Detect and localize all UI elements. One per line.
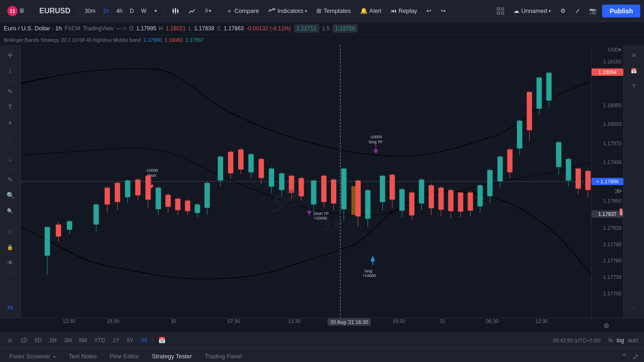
svg-rect-90 [341, 169, 347, 209]
tf-all[interactable]: All [137, 335, 150, 345]
toolbar-divider-2 [78, 6, 78, 17]
lt-divider-2 [5, 148, 16, 149]
chart-type-button[interactable] [168, 6, 183, 17]
svg-text:جو: جو [267, 175, 303, 213]
svg-rect-27 [45, 227, 50, 256]
svg-rect-57 [195, 204, 200, 213]
tab-text-notes[interactable]: Text Notes [63, 350, 102, 362]
zoom-out-tool[interactable]: 🔍 [3, 204, 17, 217]
chart-svg: -10000 short [21, 45, 591, 318]
svg-rect-131 [507, 149, 513, 172]
tf-expand-icon[interactable]: ▾ [151, 6, 161, 15]
price-badge-current: + 1.17886 [592, 178, 623, 185]
currency-label: USD▾ [608, 47, 621, 53]
crosshair-tool[interactable]: ✛ [3, 49, 17, 62]
svg-rect-93 [356, 181, 361, 216]
exchange-name: FXCM [64, 25, 80, 32]
svg-rect-63 [228, 152, 234, 173]
svg-rect-55 [185, 201, 190, 211]
unnamed-button[interactable]: ☁ Unnamed ▾ [510, 6, 555, 16]
symbol-name[interactable]: EURUSD [36, 7, 75, 15]
fullscreen-button[interactable] [493, 6, 508, 17]
tf-30m[interactable]: 30m [82, 6, 98, 16]
compare-button[interactable]: ＋ Compare [223, 5, 262, 17]
zoom-in-tool[interactable]: 🔍 [3, 189, 17, 202]
tf-ytd[interactable]: YTD [91, 335, 109, 345]
right-toolbar: ≡ 📅 ? ↕ [623, 45, 644, 318]
tf-4h[interactable]: 4h [114, 6, 125, 16]
indicator-type-button[interactable]: 0 ▾ [201, 6, 215, 15]
help-button[interactable]: ? [627, 80, 641, 93]
watch-tool[interactable]: ☆ [3, 225, 17, 238]
draw-tool[interactable]: ✎ [3, 85, 17, 98]
menu-button[interactable]: 11 ≡ [4, 4, 28, 18]
calendar-button[interactable]: 📅 [627, 64, 641, 77]
auto-button[interactable]: auto [628, 337, 638, 344]
chart-area[interactable]: -10000 short [21, 45, 591, 318]
down-arrow-tool[interactable]: ↓ [3, 153, 17, 165]
svg-rect-107 [390, 175, 395, 199]
price-level-6: 1.17850 [603, 198, 621, 204]
tab-forex-screener[interactable]: Forex Screener ▾ [4, 350, 61, 362]
tf-6m[interactable]: 6M [75, 335, 91, 345]
watchlist-button[interactable]: ≡ [627, 49, 641, 62]
tf-d[interactable]: D [127, 6, 137, 16]
time-axis-gear[interactable]: ⚙ [604, 322, 610, 329]
tf-5y[interactable]: 5Y [123, 335, 137, 345]
lock-tool[interactable]: 🔒 [3, 241, 17, 254]
svg-rect-119 [448, 190, 454, 211]
svg-rect-6 [177, 10, 178, 12]
svg-rect-137 [536, 78, 542, 109]
magnet-tool[interactable]: ⌖ [3, 116, 17, 129]
settings-button[interactable]: ⚙ [557, 6, 569, 16]
tf-1h[interactable]: 1h [100, 6, 111, 16]
price-badge-dark: 1.17837 [592, 210, 623, 218]
line-chart-button[interactable] [185, 6, 200, 17]
lt-divider-3 [5, 169, 16, 170]
indicators-button[interactable]: Indicators ▾ [264, 5, 311, 17]
price-badge-1: 1.12711 [294, 24, 319, 33]
svg-rect-139 [546, 73, 552, 100]
expand-right-icon[interactable]: ≫ [615, 187, 622, 195]
star-watchlist[interactable]: ☆ [4, 335, 17, 345]
tab-pine-editor[interactable]: Pine Editor [104, 350, 145, 362]
edit-tool[interactable]: ✎ [3, 173, 17, 186]
tf-3m[interactable]: 3M [60, 335, 75, 345]
tf-1y[interactable]: 1Y [109, 335, 123, 345]
replay-button[interactable]: ⏮ Replay [387, 6, 420, 16]
svg-rect-0 [172, 10, 174, 12]
undo-button[interactable]: ↩ [423, 6, 435, 16]
tab-trading-panel[interactable]: Trading Panel [199, 350, 247, 362]
templates-button[interactable]: ⊞ Templates [313, 6, 354, 16]
indicator-val3: 1.17897 [185, 37, 204, 43]
tab-strategy-tester[interactable]: Strategy Tester [146, 350, 197, 362]
svg-rect-87 [331, 180, 337, 204]
h-value: 1.18021 [166, 25, 185, 32]
eye-tool[interactable]: 👁 [3, 256, 17, 269]
text-tool[interactable]: T [3, 101, 17, 113]
tf-1d[interactable]: 1D [17, 335, 31, 345]
snapshot-button[interactable]: 📷 [586, 6, 600, 16]
tab-expand-icon[interactable]: ⤢ [631, 351, 640, 362]
c-value: 1.17863 [224, 25, 243, 32]
expand-button[interactable]: ⤢ [571, 6, 584, 16]
scroll-tool[interactable]: ↕ [3, 64, 17, 77]
price-axis: 1.18150 1.18094 1.18050 1.18010 1.17970 … [591, 45, 623, 318]
tf-1m[interactable]: 1M [46, 335, 61, 345]
alert-button[interactable]: 🔔 Alert [356, 6, 385, 16]
log-button[interactable]: log [617, 337, 624, 344]
price-level-11: 1.17700 [603, 291, 621, 296]
toolbar-divider-4 [218, 6, 219, 17]
tf-5d[interactable]: 5D [31, 335, 45, 345]
redo-button[interactable]: ↪ [437, 6, 449, 16]
pct-button[interactable]: % [608, 337, 613, 344]
arrows-button[interactable]: ↕ [627, 301, 641, 314]
cloud-icon: ☁ [513, 7, 519, 14]
calendar-icon-btn[interactable]: 📅 [155, 335, 169, 345]
publish-button[interactable]: Publish [602, 5, 640, 17]
svg-rect-65 [238, 149, 244, 170]
more-tools[interactable]: ⋮ [3, 132, 17, 145]
tab-collapse-icon[interactable]: ⌃ [619, 351, 629, 362]
price-level-2: 1.18050 [603, 102, 621, 108]
tf-w[interactable]: W [138, 6, 149, 16]
